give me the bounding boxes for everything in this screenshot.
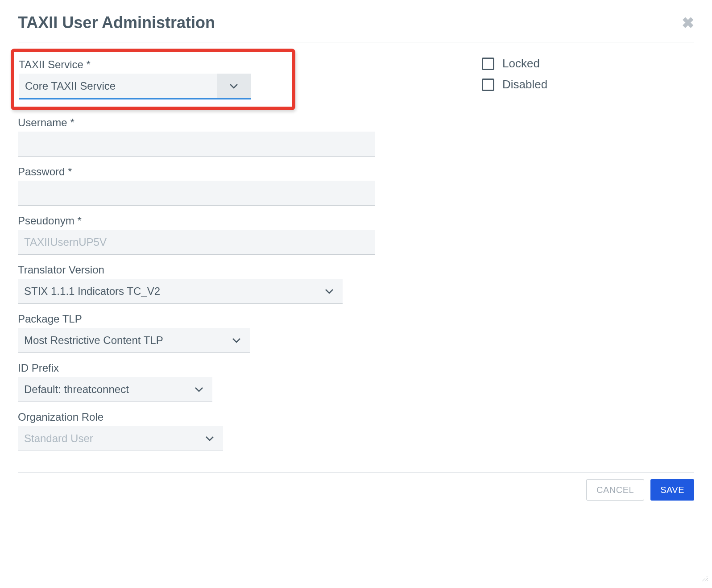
id-prefix-arrow xyxy=(186,387,212,392)
svg-line-2 xyxy=(707,580,708,581)
pseudonym-label: Pseudonym * xyxy=(18,215,375,227)
disabled-checkbox-row[interactable]: Disabled xyxy=(482,78,553,91)
taxii-service-highlight: TAXII Service * Core TAXII Service xyxy=(11,49,295,110)
taxii-user-admin-dialog: TAXII User Administration ✖ TAXII Servic… xyxy=(0,0,712,509)
password-label: Password * xyxy=(18,166,375,178)
form-column: TAXII Service * Core TAXII Service Usern… xyxy=(18,53,375,460)
taxii-service-dropdown[interactable]: Core TAXII Service xyxy=(19,74,251,99)
organization-role-value: Standard User xyxy=(18,432,196,445)
dialog-header: TAXII User Administration ✖ xyxy=(18,5,694,42)
chevron-down-icon xyxy=(229,83,238,89)
translator-version-value: STIX 1.1.1 Indicators TC_V2 xyxy=(18,285,316,298)
taxii-service-arrow-box xyxy=(217,74,251,98)
close-button[interactable]: ✖ xyxy=(682,15,694,30)
taxii-service-label: TAXII Service * xyxy=(19,58,287,71)
translator-version-arrow xyxy=(316,289,343,294)
id-prefix-value: Default: threatconnect xyxy=(18,383,186,396)
chevron-down-icon xyxy=(232,338,241,343)
locked-checkbox-row[interactable]: Locked xyxy=(482,57,553,70)
checkbox-column: Locked Disabled xyxy=(393,53,553,99)
locked-label: Locked xyxy=(502,57,540,70)
package-tlp-label: Package TLP xyxy=(18,313,375,325)
package-tlp-dropdown[interactable]: Most Restrictive Content TLP xyxy=(18,328,250,353)
package-tlp-arrow xyxy=(223,338,250,343)
chevron-down-icon xyxy=(195,387,203,392)
taxii-service-value: Core TAXII Service xyxy=(19,74,217,98)
password-input[interactable] xyxy=(18,181,375,206)
disabled-label: Disabled xyxy=(502,78,547,91)
id-prefix-label: ID Prefix xyxy=(18,362,375,374)
id-prefix-dropdown[interactable]: Default: threatconnect xyxy=(18,377,212,402)
dialog-title: TAXII User Administration xyxy=(18,13,215,32)
organization-role-dropdown[interactable]: Standard User xyxy=(18,426,223,451)
username-label: Username * xyxy=(18,116,375,129)
locked-checkbox xyxy=(482,58,494,70)
close-icon: ✖ xyxy=(682,14,694,31)
save-button[interactable]: SAVE xyxy=(650,479,694,501)
translator-version-label: Translator Version xyxy=(18,264,375,276)
svg-line-1 xyxy=(704,578,708,581)
disabled-checkbox xyxy=(482,79,494,91)
package-tlp-value: Most Restrictive Content TLP xyxy=(18,334,223,347)
organization-role-label: Organization Role xyxy=(18,411,375,423)
svg-line-0 xyxy=(702,576,708,581)
username-input[interactable] xyxy=(18,132,375,157)
chevron-down-icon xyxy=(325,289,334,294)
pseudonym-input[interactable] xyxy=(18,230,375,255)
chevron-down-icon xyxy=(205,436,214,441)
dialog-content: TAXII Service * Core TAXII Service Usern… xyxy=(18,53,694,460)
organization-role-arrow xyxy=(196,436,223,441)
cancel-button[interactable]: CANCEL xyxy=(586,479,644,501)
translator-version-dropdown[interactable]: STIX 1.1.1 Indicators TC_V2 xyxy=(18,279,343,304)
resize-handle-icon xyxy=(701,575,708,584)
dialog-footer: CANCEL SAVE xyxy=(18,472,694,501)
